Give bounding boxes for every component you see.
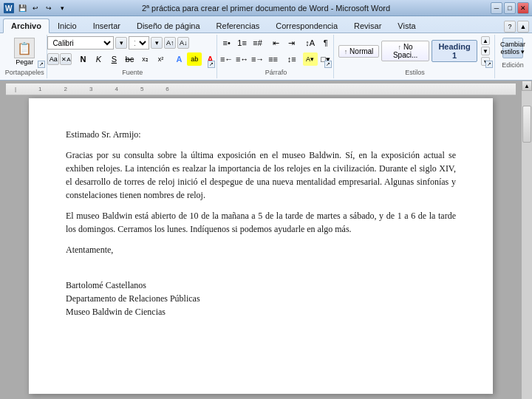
sort-btn[interactable]: ↕A [303,36,318,50]
estilos-dialog-btn[interactable]: ↗ [485,61,493,68]
style-heading1[interactable]: Heading 1 [432,40,477,62]
group-parrafo: ≡• 1≡ ≡# ⇤ ⇥ ↕A ¶ ≡← ≡↔ ≡→ ≡≡ ↕≡ [219,35,334,78]
group-extra: Cambiarestilos ▾ Edición [497,35,529,78]
font-shrink-btn[interactable]: A↓ [177,37,189,49]
quick-access-toolbar: W 💾 ↩ ↪ ▾ [3,2,68,14]
ribbon-tabs: Archivo Inicio Insertar Diseño de página… [0,16,532,33]
estilos-label: Estilos [405,69,425,77]
paragraph-body1: Gracias por su consulta sobre la última … [66,149,456,202]
bold-button[interactable]: N [75,52,90,66]
font-size-dropdown[interactable]: ▾ [151,37,163,49]
tab-insertar[interactable]: Insertar [85,18,129,33]
fuente-dialog-btn[interactable]: ↗ [208,61,215,68]
shading-btn[interactable]: A▾ [303,52,318,66]
portapapeles-dialog-btn[interactable]: ↗ [38,61,45,68]
paste-button[interactable]: 📋 Pegar [13,36,36,67]
group-portapapeles: 📋 Pegar Portapapeles ↗ [3,35,47,78]
font-size-select[interactable]: 11 [129,36,149,50]
tab-inicio[interactable]: Inicio [50,18,85,33]
fuente-label: Fuente [122,69,143,77]
superscript-btn[interactable]: x² [153,52,168,66]
scroll-thumb[interactable] [522,106,531,143]
align-center-btn[interactable]: ≡↔ [235,52,250,66]
ribbon-help-btn[interactable]: ? [504,21,516,33]
body2-text: El museo Baldwin está abierto de 10 de l… [66,211,456,234]
tab-referencias[interactable]: Referencias [208,18,268,33]
vertical-scrollbar: ▲ ▼ [522,81,532,399]
close-button[interactable]: ✕ [517,2,529,14]
greeting-text: Estimado Sr. Armijo: [66,129,141,140]
undo-quick-btn[interactable]: ↩ [30,2,41,14]
case-btn[interactable]: Aa [47,53,59,65]
ribbon-minimize-btn[interactable]: ▲ [517,21,529,33]
para-row-2: ≡← ≡↔ ≡→ ≡≡ ↕≡ A▾ □▾ [219,52,333,66]
closing-text: Atentamente, [66,245,113,255]
tab-correspondencia[interactable]: Correspondencia [267,18,346,33]
paste-icon: 📋 [14,38,35,58]
portapapeles-content: 📋 Pegar [13,36,36,67]
font-row-1: Calibri ▾ 11 ▾ A↑ A↓ [47,36,189,50]
page-content: Estimado Sr. Armijo: Gracias por su cons… [66,128,456,318]
sig-name: Bartolomé Castellanos [66,279,456,292]
horizontal-ruler: | 1 2 3 4 5 6 [6,83,516,95]
fuente-content: Calibri ▾ 11 ▾ A↑ A↓ Aa ✕A N K S [47,36,217,67]
justify-btn[interactable]: ≡≡ [266,52,281,66]
style-nospace[interactable]: ↑ No Spaci... [381,41,429,61]
scroll-track [522,91,532,399]
save-quick-btn[interactable]: 💾 [16,2,28,14]
font-grow-btn[interactable]: A↑ [164,37,176,49]
scroll-up-btn[interactable]: ▲ [522,81,532,91]
minimize-button[interactable]: ─ [491,2,502,14]
ribbon: Archivo Inicio Insertar Diseño de página… [0,16,532,81]
font-name-dropdown[interactable]: ▾ [115,37,127,49]
clear-format-btn[interactable]: ✕A [60,53,72,65]
numbering-btn[interactable]: 1≡ [235,36,250,50]
tab-diseno[interactable]: Diseño de página [129,18,208,33]
parrafo-content: ≡• 1≡ ≡# ⇤ ⇥ ↕A ¶ ≡← ≡↔ ≡→ ≡≡ ↕≡ [219,36,333,67]
portapapeles-label: Portapapeles [5,69,44,77]
svg-text:W: W [5,4,13,13]
tab-vista[interactable]: Vista [389,18,423,33]
text-effects-btn[interactable]: A [171,52,186,66]
paragraph-body2: El museo Baldwin está abierto de 10 de l… [66,209,456,236]
paragraph-closing: Atentamente, [66,243,456,256]
styles-scroll-down[interactable]: ▼ [481,47,490,55]
font-name-select[interactable]: Calibri [47,36,114,50]
tab-revisar[interactable]: Revisar [346,18,389,33]
estilos-content: ↑ Normal ↑ No Spaci... Heading 1 ▲ ▼ ▾ [338,36,491,67]
multilevel-btn[interactable]: ≡# [250,36,265,50]
tab-archivo[interactable]: Archivo [3,18,50,33]
styles-scroll-up[interactable]: ▲ [481,36,490,45]
ribbon-content: 📋 Pegar Portapapeles ↗ Calibri ▾ 11 [0,33,532,80]
parrafo-dialog-btn[interactable]: ↗ [324,61,332,68]
body1-text: Gracias por su consulta sobre la última … [66,150,456,200]
group-fuente: Calibri ▾ 11 ▾ A↑ A↓ Aa ✕A N K S [49,35,218,78]
align-left-btn[interactable]: ≡← [219,52,234,66]
decrease-indent-btn[interactable]: ⇤ [269,36,284,50]
bullets-btn[interactable]: ≡• [219,36,234,50]
quick-access-dropdown[interactable]: ▾ [56,2,68,14]
text-highlight-btn[interactable]: ab [187,52,202,66]
document-page[interactable]: Estimado Sr. Armijo: Gracias por su cons… [29,98,493,394]
font-row-2: Aa ✕A N K S bc x₂ x² A ab A [47,52,217,66]
document-area: | 1 2 3 4 5 6 Estimado Sr. Armijo: Graci… [0,81,532,399]
subscript-btn[interactable]: x₂ [137,52,152,66]
strikethrough-btn[interactable]: bc [122,52,137,66]
maximize-button[interactable]: □ [504,2,516,14]
style-normal[interactable]: ↑ Normal [338,45,379,58]
edicion-group-label: Edición [499,61,526,69]
line-spacing-btn[interactable]: ↕≡ [284,52,299,66]
word-icon: W [3,2,15,14]
sig-dept: Departamento de Relaciones Públicas [66,292,456,305]
paste-label: Pegar [16,58,33,66]
italic-button[interactable]: K [91,52,106,66]
show-hide-btn[interactable]: ¶ [318,36,333,50]
align-right-btn[interactable]: ≡→ [250,52,265,66]
increase-indent-btn[interactable]: ⇥ [284,36,299,50]
document-main: | 1 2 3 4 5 6 Estimado Sr. Armijo: Graci… [0,81,522,399]
parrafo-label: Párrafo [265,69,287,77]
underline-button[interactable]: S [106,52,121,66]
redo-quick-btn[interactable]: ↪ [43,2,55,14]
title-bar: W 💾 ↩ ↪ ▾ 2ª práctica para crear el prim… [0,0,532,16]
cambiar-estilos-btn[interactable]: Cambiarestilos ▾ [499,36,526,60]
